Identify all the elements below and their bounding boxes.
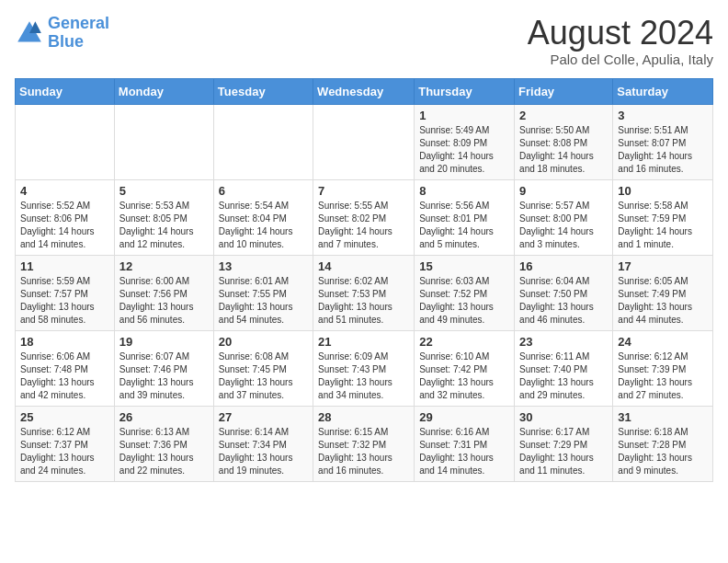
day-cell: 27Sunrise: 6:14 AMSunset: 7:34 PMDayligh… xyxy=(213,406,313,481)
week-row-4: 18Sunrise: 6:06 AMSunset: 7:48 PMDayligh… xyxy=(16,330,713,406)
day-cell: 21Sunrise: 6:09 AMSunset: 7:43 PMDayligh… xyxy=(313,330,415,406)
header-cell-friday: Friday xyxy=(515,78,613,104)
day-info: Sunrise: 5:59 AMSunset: 7:57 PMDaylight:… xyxy=(20,275,109,327)
day-number: 4 xyxy=(20,184,109,198)
day-number: 17 xyxy=(618,259,708,273)
day-number: 31 xyxy=(618,410,708,424)
day-cell: 14Sunrise: 6:02 AMSunset: 7:53 PMDayligh… xyxy=(313,255,415,330)
day-number: 5 xyxy=(119,184,209,198)
logo-line2: Blue xyxy=(48,33,109,52)
day-info: Sunrise: 5:50 AMSunset: 8:08 PMDaylight:… xyxy=(519,124,608,176)
day-cell: 24Sunrise: 6:12 AMSunset: 7:39 PMDayligh… xyxy=(613,330,713,406)
day-number: 15 xyxy=(419,259,509,273)
day-number: 10 xyxy=(618,184,708,198)
day-info: Sunrise: 6:04 AMSunset: 7:50 PMDaylight:… xyxy=(519,275,608,327)
day-info: Sunrise: 6:14 AMSunset: 7:34 PMDaylight:… xyxy=(219,426,308,477)
day-info: Sunrise: 5:58 AMSunset: 7:59 PMDaylight:… xyxy=(618,200,708,251)
day-number: 25 xyxy=(20,410,109,424)
day-info: Sunrise: 6:07 AMSunset: 7:46 PMDaylight:… xyxy=(119,350,209,402)
day-info: Sunrise: 6:08 AMSunset: 7:45 PMDaylight:… xyxy=(219,350,308,402)
header-cell-monday: Monday xyxy=(114,78,213,104)
day-cell xyxy=(16,104,115,179)
day-info: Sunrise: 5:55 AMSunset: 8:02 PMDaylight:… xyxy=(318,200,409,251)
day-cell: 12Sunrise: 6:00 AMSunset: 7:56 PMDayligh… xyxy=(114,255,213,330)
day-number: 18 xyxy=(20,335,109,349)
day-number: 1 xyxy=(419,109,509,122)
day-info: Sunrise: 6:12 AMSunset: 7:39 PMDaylight:… xyxy=(618,350,708,402)
day-cell: 10Sunrise: 5:58 AMSunset: 7:59 PMDayligh… xyxy=(613,179,713,255)
day-cell: 16Sunrise: 6:04 AMSunset: 7:50 PMDayligh… xyxy=(515,255,613,330)
day-number: 20 xyxy=(219,335,308,349)
day-number: 16 xyxy=(519,259,608,273)
day-number: 24 xyxy=(618,335,708,349)
month-title: August 2024 xyxy=(528,15,713,52)
week-row-1: 1Sunrise: 5:49 AMSunset: 8:09 PMDaylight… xyxy=(16,104,713,179)
day-cell: 17Sunrise: 6:05 AMSunset: 7:49 PMDayligh… xyxy=(613,255,713,330)
day-cell: 7Sunrise: 5:55 AMSunset: 8:02 PMDaylight… xyxy=(313,179,415,255)
day-info: Sunrise: 5:52 AMSunset: 8:06 PMDaylight:… xyxy=(20,200,109,251)
header-cell-tuesday: Tuesday xyxy=(213,78,313,104)
day-number: 26 xyxy=(119,410,209,424)
day-info: Sunrise: 6:15 AMSunset: 7:32 PMDaylight:… xyxy=(318,426,409,477)
day-cell: 31Sunrise: 6:18 AMSunset: 7:28 PMDayligh… xyxy=(613,406,713,481)
week-row-3: 11Sunrise: 5:59 AMSunset: 7:57 PMDayligh… xyxy=(16,255,713,330)
day-cell: 26Sunrise: 6:13 AMSunset: 7:36 PMDayligh… xyxy=(114,406,213,481)
day-cell xyxy=(213,104,313,179)
day-number: 21 xyxy=(318,335,409,349)
day-cell: 30Sunrise: 6:17 AMSunset: 7:29 PMDayligh… xyxy=(515,406,613,481)
day-number: 23 xyxy=(519,335,608,349)
logo-icon xyxy=(15,18,44,48)
day-cell: 29Sunrise: 6:16 AMSunset: 7:31 PMDayligh… xyxy=(415,406,515,481)
day-number: 11 xyxy=(20,259,109,273)
header-cell-wednesday: Wednesday xyxy=(313,78,415,104)
day-number: 2 xyxy=(519,109,608,122)
day-cell: 2Sunrise: 5:50 AMSunset: 8:08 PMDaylight… xyxy=(515,104,613,179)
day-info: Sunrise: 6:18 AMSunset: 7:28 PMDaylight:… xyxy=(618,426,708,477)
day-cell xyxy=(114,104,213,179)
day-info: Sunrise: 6:10 AMSunset: 7:42 PMDaylight:… xyxy=(419,350,509,402)
header-cell-saturday: Saturday xyxy=(613,78,713,104)
day-cell: 4Sunrise: 5:52 AMSunset: 8:06 PMDaylight… xyxy=(16,179,115,255)
day-info: Sunrise: 6:13 AMSunset: 7:36 PMDaylight:… xyxy=(119,426,209,477)
day-number: 29 xyxy=(419,410,509,424)
day-number: 6 xyxy=(219,184,308,198)
day-cell xyxy=(313,104,415,179)
day-info: Sunrise: 6:05 AMSunset: 7:49 PMDaylight:… xyxy=(618,275,708,327)
calendar-table: SundayMondayTuesdayWednesdayThursdayFrid… xyxy=(15,78,713,482)
day-info: Sunrise: 5:53 AMSunset: 8:05 PMDaylight:… xyxy=(119,200,209,251)
day-cell: 13Sunrise: 6:01 AMSunset: 7:55 PMDayligh… xyxy=(213,255,313,330)
day-cell: 3Sunrise: 5:51 AMSunset: 8:07 PMDaylight… xyxy=(613,104,713,179)
day-number: 27 xyxy=(219,410,308,424)
header-cell-thursday: Thursday xyxy=(415,78,515,104)
calendar-body: 1Sunrise: 5:49 AMSunset: 8:09 PMDaylight… xyxy=(16,104,713,481)
subtitle: Palo del Colle, Apulia, Italy xyxy=(528,52,713,67)
day-cell: 6Sunrise: 5:54 AMSunset: 8:04 PMDaylight… xyxy=(213,179,313,255)
day-cell: 8Sunrise: 5:56 AMSunset: 8:01 PMDaylight… xyxy=(415,179,515,255)
day-cell: 5Sunrise: 5:53 AMSunset: 8:05 PMDaylight… xyxy=(114,179,213,255)
day-info: Sunrise: 6:03 AMSunset: 7:52 PMDaylight:… xyxy=(419,275,509,327)
day-number: 22 xyxy=(419,335,509,349)
day-number: 3 xyxy=(618,109,708,122)
day-info: Sunrise: 6:12 AMSunset: 7:37 PMDaylight:… xyxy=(20,426,109,477)
day-info: Sunrise: 6:00 AMSunset: 7:56 PMDaylight:… xyxy=(119,275,209,327)
title-area: August 2024 Palo del Colle, Apulia, Ital… xyxy=(528,15,713,67)
day-cell: 28Sunrise: 6:15 AMSunset: 7:32 PMDayligh… xyxy=(313,406,415,481)
day-cell: 22Sunrise: 6:10 AMSunset: 7:42 PMDayligh… xyxy=(415,330,515,406)
logo-text: General Blue xyxy=(48,15,109,52)
day-info: Sunrise: 5:57 AMSunset: 8:00 PMDaylight:… xyxy=(519,200,608,251)
day-info: Sunrise: 5:56 AMSunset: 8:01 PMDaylight:… xyxy=(419,200,509,251)
day-number: 12 xyxy=(119,259,209,273)
day-number: 7 xyxy=(318,184,409,198)
day-info: Sunrise: 6:16 AMSunset: 7:31 PMDaylight:… xyxy=(419,426,509,477)
day-number: 8 xyxy=(419,184,509,198)
week-row-2: 4Sunrise: 5:52 AMSunset: 8:06 PMDaylight… xyxy=(16,179,713,255)
logo: General Blue xyxy=(15,15,109,52)
day-cell: 23Sunrise: 6:11 AMSunset: 7:40 PMDayligh… xyxy=(515,330,613,406)
header-row: SundayMondayTuesdayWednesdayThursdayFrid… xyxy=(16,78,713,104)
page-header: General Blue August 2024 Palo del Colle,… xyxy=(15,15,713,67)
day-cell: 9Sunrise: 5:57 AMSunset: 8:00 PMDaylight… xyxy=(515,179,613,255)
day-info: Sunrise: 6:09 AMSunset: 7:43 PMDaylight:… xyxy=(318,350,409,402)
day-info: Sunrise: 6:01 AMSunset: 7:55 PMDaylight:… xyxy=(219,275,308,327)
day-info: Sunrise: 6:06 AMSunset: 7:48 PMDaylight:… xyxy=(20,350,109,402)
day-cell: 25Sunrise: 6:12 AMSunset: 7:37 PMDayligh… xyxy=(16,406,115,481)
